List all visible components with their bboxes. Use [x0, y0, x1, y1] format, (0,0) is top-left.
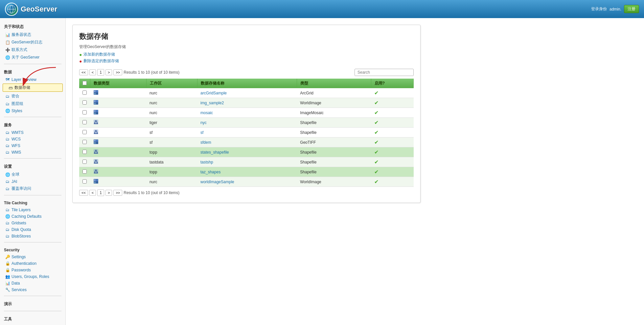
sidebar-item-users[interactable]: 👥 Users, Groups, Roles: [0, 273, 65, 280]
last-page-btn-bottom[interactable]: >>: [113, 190, 122, 196]
cell-name-10[interactable]: worldImageSample: [197, 177, 297, 187]
sidebar-item-settings[interactable]: 🔑 Settings: [0, 254, 65, 260]
first-page-btn[interactable]: <<: [79, 69, 88, 75]
store-link-10[interactable]: worldImageSample: [200, 180, 234, 184]
row-checkbox-10[interactable]: [82, 179, 87, 184]
cell-name-9[interactable]: taz_shapes: [197, 167, 297, 177]
row-checkbox-3[interactable]: [82, 110, 87, 114]
divider-2: [4, 117, 61, 117]
cell-name-1[interactable]: arcGridSample: [197, 88, 297, 98]
register-button[interactable]: 注册: [624, 5, 639, 13]
prev-page-btn-bottom[interactable]: <: [89, 190, 96, 196]
row-checkbox-8[interactable]: [82, 160, 87, 164]
cell-enabled-8: ✔: [371, 157, 413, 167]
sidebar-item-wms[interactable]: 🗂 WMS: [0, 149, 65, 156]
cell-name-7[interactable]: states_shapefile: [197, 147, 297, 157]
add-store-link[interactable]: ● 添加新的数据存储: [79, 52, 414, 57]
main-content: 数据存储 管理GeoServer的数据存储 ● 添加新的数据存储 ● 删除选定的…: [66, 18, 644, 325]
store-link-9[interactable]: taz_shapes: [200, 170, 220, 174]
select-all-checkbox[interactable]: [82, 81, 87, 85]
cell-name-8[interactable]: tastshp: [197, 157, 297, 167]
caching-defaults-icon: 🌐: [5, 214, 10, 219]
sidebar-item-global[interactable]: 🌐 全球: [0, 171, 65, 178]
sidebar-item-disk-quota[interactable]: 🗂 Disk Quota: [0, 226, 65, 233]
store-link-4[interactable]: nyc: [200, 120, 207, 125]
sidebar-item-wmts[interactable]: 🗂 WMTS: [0, 129, 65, 136]
table-toolbar-bottom: << < 1 > >> Results 1 to 10 (out of 10 i…: [79, 189, 414, 196]
sidebar-item-passwords[interactable]: 🔒 Passwords: [0, 267, 65, 273]
store-link-8[interactable]: tastshp: [200, 160, 213, 164]
svg-rect-7: [94, 93, 96, 94]
table-row: nurc arcGridSample ArcGrid ✔: [79, 88, 414, 98]
divider-4: [4, 195, 61, 195]
store-link-6[interactable]: sfdem: [200, 140, 211, 145]
cell-name-3[interactable]: mosaic: [197, 108, 297, 118]
sidebar-item-blobstores[interactable]: 🗂 BlobStores: [0, 233, 65, 239]
users-icon: 👥: [5, 274, 10, 279]
sidebar-item-contact[interactable]: ➕ 联系方式: [0, 46, 65, 54]
enabled-check-3: ✔: [374, 110, 379, 115]
sidebar-item-workspaces[interactable]: 🗂 密合: [0, 92, 65, 100]
sidebar-item-tile-layers[interactable]: 🗂 Tile Layers: [0, 207, 65, 213]
sidebar-item-authentication[interactable]: 🔒 Authentication: [0, 260, 65, 267]
prev-page-btn[interactable]: <: [89, 69, 96, 75]
sidebar-item-layers[interactable]: 🗂 图层组: [0, 100, 65, 108]
cell-enabled-9: ✔: [371, 167, 413, 177]
cell-name-2[interactable]: img_sample2: [197, 98, 297, 108]
about-icon: 🌐: [5, 55, 10, 60]
next-page-btn-bottom[interactable]: >: [105, 190, 112, 196]
sidebar-item-about[interactable]: 🌐 关于 GeoServer: [0, 54, 65, 61]
cell-name-5[interactable]: sf: [197, 128, 297, 138]
sidebar-item-styles[interactable]: 🌐 Styles: [0, 108, 65, 114]
row-checkbox-7[interactable]: [82, 150, 87, 154]
row-checkbox-1[interactable]: [82, 90, 87, 95]
layer-preview-icon: 🗺: [5, 77, 10, 82]
sidebar-item-layer-preview[interactable]: 🗺 Layer Preview: [0, 76, 65, 83]
wmts-icon: 🗂: [5, 130, 10, 135]
sidebar-item-services[interactable]: 🔧 Services: [0, 287, 65, 293]
row-checkbox-5[interactable]: [82, 130, 87, 134]
cell-icon-3: [90, 108, 147, 118]
row-checkbox-2[interactable]: [82, 100, 87, 105]
sidebar-item-server-status[interactable]: 📊 服务器状态: [0, 31, 65, 38]
cell-type-10: WorldImage: [297, 177, 371, 187]
sidebar-item-data[interactable]: 📊 Data: [0, 280, 65, 287]
sidebar-item-wcs[interactable]: 🗂 WCS: [0, 136, 65, 142]
sidebar-item-datastores[interactable]: 🗃 数据存储: [3, 84, 63, 92]
row-checkbox-6[interactable]: [82, 140, 87, 144]
svg-rect-35: [94, 179, 96, 181]
sidebar-item-geoserver-log[interactable]: 📋 GeoServer的日志: [0, 38, 65, 46]
next-page-btn[interactable]: >: [105, 69, 112, 75]
table-row: nurc img_sample2 WorldImage ✔: [79, 98, 414, 108]
delete-store-link[interactable]: ● 删除选定的数据存储: [79, 58, 414, 64]
store-link-2[interactable]: img_sample2: [200, 101, 224, 105]
sidebar-item-wfs[interactable]: 🗂 WFS: [0, 142, 65, 149]
store-link-1[interactable]: arcGridSample: [200, 91, 227, 95]
sidebar-item-caching-defaults[interactable]: 🌐 Caching Defaults: [0, 213, 65, 220]
cell-workspace-5: sf: [146, 128, 197, 138]
svg-rect-24: [94, 140, 96, 141]
row-checkbox-9[interactable]: [82, 169, 87, 174]
store-link-7[interactable]: states_shapefile: [200, 150, 229, 155]
passwords-icon: 🔒: [5, 268, 10, 272]
search-input[interactable]: [355, 69, 414, 76]
sidebar-item-gridsets[interactable]: 🗂 Gridsets: [0, 220, 65, 226]
disk-quota-icon: 🗂: [5, 227, 10, 232]
row-checkbox-4[interactable]: [82, 120, 87, 124]
table-row: tiger nyc Shapefile ✔: [79, 118, 414, 128]
sidebar: 关于和状态 📊 服务器状态 📋 GeoServer的日志 ➕ 联系方式 🌐 关于…: [0, 18, 66, 325]
cell-name-6[interactable]: sfdem: [197, 138, 297, 147]
sidebar-item-coverage-access[interactable]: 🗂 覆盖率访问: [0, 185, 65, 192]
cell-enabled-4: ✔: [371, 118, 413, 128]
layers-icon: 🗂: [5, 102, 10, 106]
store-link-3[interactable]: mosaic: [200, 111, 213, 115]
store-link-5[interactable]: sf: [200, 130, 203, 135]
app-title: GeoServer: [21, 5, 57, 13]
cell-type-5: Shapefile: [297, 128, 371, 138]
first-page-btn-bottom[interactable]: <<: [79, 190, 88, 196]
cell-icon-1: [90, 88, 147, 98]
sidebar-section-data: 数据: [0, 67, 65, 76]
last-page-btn[interactable]: >>: [113, 69, 122, 75]
cell-name-4[interactable]: nyc: [197, 118, 297, 128]
sidebar-item-jai[interactable]: 🗂 JAI: [0, 178, 65, 185]
